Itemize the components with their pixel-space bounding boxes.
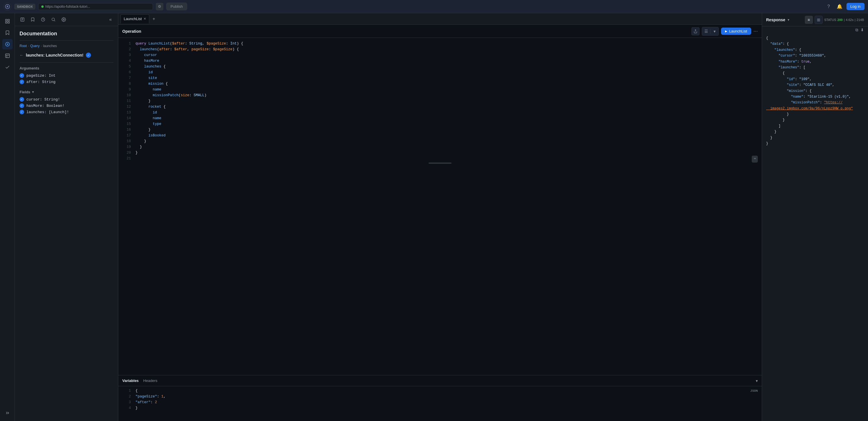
toolbar-settings-icon[interactable] <box>60 16 68 24</box>
variables-panel: Variables Headers ▾ 1 { 2 "pageSize": 1, <box>118 375 762 421</box>
bell-icon[interactable]: 🔔 <box>836 3 844 11</box>
json-label: JSON <box>750 389 758 394</box>
copy-icon[interactable]: ⧉ <box>856 28 858 32</box>
response-dropdown-icon[interactable]: ▾ <box>787 18 789 22</box>
run-button[interactable]: ▶ LaunchList <box>721 28 751 35</box>
apollo-logo <box>3 3 11 11</box>
argument-check-after: ✓ <box>20 80 24 84</box>
code-line-16: 16 } <box>118 127 762 133</box>
breadcrumb-sep-2: › <box>41 44 42 48</box>
response-time: 4.62s <box>846 18 854 22</box>
sidebar-item-expand[interactable] <box>2 408 12 418</box>
scrollbar-thumb[interactable] <box>429 162 452 164</box>
toolbar-doc-icon[interactable] <box>19 16 26 24</box>
run-icon: ▶ <box>725 30 727 33</box>
tab-launchlist-label: LaunchList <box>124 17 142 21</box>
resp-copy-row: ⧉ ⬇ <box>762 26 868 32</box>
svg-rect-4 <box>8 22 9 23</box>
left-panel: « Documentation Root › Query › launches … <box>15 13 118 421</box>
operation-header: Operation ☰ ▾ ▶ Lau <box>118 25 762 38</box>
status-code: 200 <box>837 18 842 22</box>
code-line-17: 17 isBooked <box>118 133 762 139</box>
main-layout: « Documentation Root › Query › launches … <box>0 13 868 421</box>
keyboard-hint: ⌨ <box>752 156 758 162</box>
code-line-15: 15 type <box>118 121 762 127</box>
field-check-cursor: ✓ <box>20 97 24 102</box>
code-editor[interactable]: 1 query LaunchList($after: String, $page… <box>118 38 762 375</box>
variables-header: Variables Headers ▾ <box>118 375 762 386</box>
field-cursor: ✓ cursor: String! <box>20 97 113 102</box>
toolbar-bookmark-icon[interactable] <box>29 16 37 24</box>
sidebar-item-schema[interactable] <box>2 51 12 61</box>
svg-line-16 <box>54 20 55 21</box>
left-panel-toolbar: « <box>15 13 118 26</box>
tab-add-button[interactable]: + <box>150 16 157 22</box>
status-label: STATUS <box>825 18 836 22</box>
toolbar-search-icon[interactable] <box>50 16 57 24</box>
collapse-panel-icon[interactable]: « <box>106 16 115 24</box>
operation-panel: Operation ☰ ▾ ▶ Lau <box>118 25 762 421</box>
field-check-hasMore: ✓ <box>20 103 24 108</box>
doc-title: Documentation <box>20 31 113 37</box>
browser-right: ? 🔔 Log in <box>825 3 865 11</box>
publish-button[interactable]: Publish <box>166 3 187 10</box>
fields-list: ✓ cursor: String! ✓ hasMore: Boolean! ✓ … <box>20 97 113 114</box>
breadcrumb: Root › Query › launches <box>20 44 113 48</box>
variables-collapse-icon[interactable]: ▾ <box>756 379 758 383</box>
tab-close-icon[interactable]: ✕ <box>144 17 146 21</box>
login-button[interactable]: Log in <box>846 3 865 10</box>
operation-title: Operation <box>122 29 141 34</box>
share-icon[interactable] <box>691 27 700 35</box>
fields-section-title: Fields ▾ <box>20 90 113 94</box>
field-hasMore-name: hasMore: Boolean! <box>26 104 65 108</box>
dropdown-icon[interactable]: ▾ <box>710 27 718 35</box>
url-bar[interactable]: https://apollo-fullstack-tutori... <box>38 3 153 10</box>
center-panel: LaunchList ✕ + Operation ☰ <box>118 13 762 421</box>
url-text: https://apollo-fullstack-tutori... <box>45 5 90 9</box>
argument-pageSize-name: pageSize: Int <box>26 73 55 78</box>
list-view-button[interactable]: ≡ <box>805 16 813 24</box>
sidebar-item-grid[interactable] <box>2 16 12 26</box>
format-options: ☰ ▾ <box>702 27 719 36</box>
fields-collapse-icon[interactable]: ▾ <box>32 90 34 94</box>
icon-sidebar <box>0 13 15 421</box>
variables-tab[interactable]: Variables <box>122 379 138 383</box>
argument-pageSize: ✓ pageSize: Int <box>20 73 113 78</box>
list-view-icon[interactable]: ☰ <box>702 27 710 35</box>
code-line-3: 3 cursor <box>118 52 762 58</box>
var-line-1: 1 { <box>118 388 762 394</box>
sidebar-item-play[interactable] <box>2 39 12 50</box>
more-options-button[interactable]: ··· <box>753 28 758 34</box>
field-launches-name: launches: [Launch]! <box>26 110 69 114</box>
toolbar-history-icon[interactable] <box>39 16 47 24</box>
argument-after-name: after: String <box>26 80 55 84</box>
browser-bar: SANDBOX https://apollo-fullstack-tutori.… <box>0 0 868 13</box>
svg-marker-6 <box>7 43 8 45</box>
code-line-7: 7 site <box>118 75 762 81</box>
run-label: LaunchList <box>729 29 747 33</box>
sidebar-item-check[interactable] <box>2 62 12 72</box>
status-sep-2: | <box>855 18 856 22</box>
tab-launchlist[interactable]: LaunchList ✕ <box>121 14 149 24</box>
back-button[interactable]: ← <box>20 53 24 57</box>
settings-gear-icon[interactable]: ⚙ <box>156 3 163 10</box>
status-sep-1: | <box>844 18 845 22</box>
variables-body-inner: 1 { 2 "pageSize": 1, 3 "after": 2 4 <box>118 388 762 411</box>
tab-bar: LaunchList ✕ + <box>118 13 762 25</box>
field-hasMore: ✓ hasMore: Boolean! <box>20 103 113 108</box>
variables-body[interactable]: 1 { 2 "pageSize": 1, 3 "after": 2 4 <box>118 386 762 421</box>
response-size: 214B <box>857 18 864 22</box>
breadcrumb-query[interactable]: Query <box>30 44 40 48</box>
code-line-6: 6 id <box>118 69 762 75</box>
download-icon[interactable]: ⬇ <box>861 28 864 32</box>
sidebar-item-bookmark[interactable] <box>2 28 12 38</box>
divider-2 <box>20 62 113 63</box>
check-badge: ✓ <box>86 53 91 58</box>
headers-tab[interactable]: Headers <box>143 379 157 383</box>
grid-view-button[interactable]: ⊞ <box>815 16 823 24</box>
back-row: ← launches: LaunchConnection! ✓ <box>20 53 113 58</box>
breadcrumb-root[interactable]: Root <box>20 44 27 48</box>
code-line-14: 14 name <box>118 115 762 121</box>
arguments-section-title: Arguments <box>20 66 113 70</box>
help-icon[interactable]: ? <box>825 3 833 11</box>
